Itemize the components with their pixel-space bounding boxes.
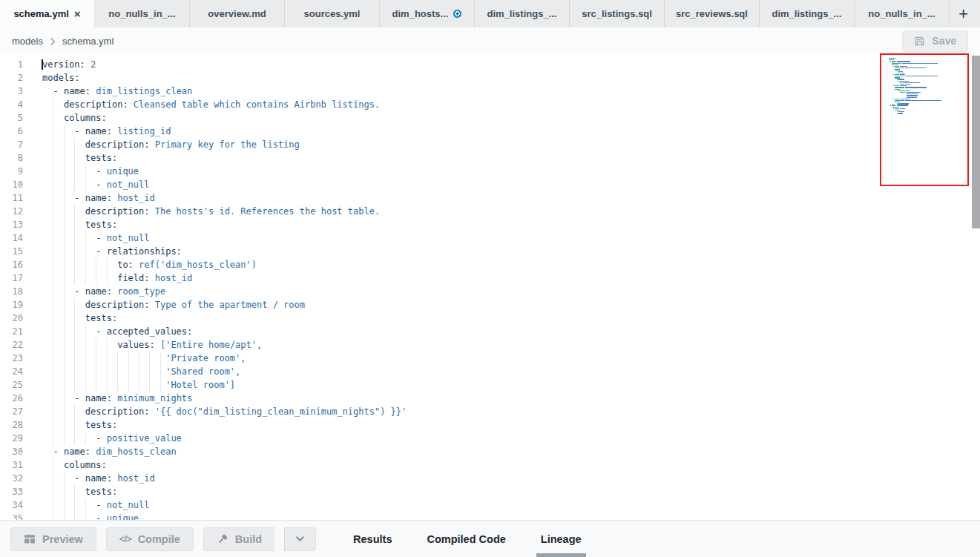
tab-no-nulls-in[interactable]: no_nulls_in_...: [855, 0, 950, 27]
panel-tab-label: Compiled Code: [427, 533, 505, 545]
code-line[interactable]: values: ['Entire home/apt',: [42, 338, 980, 352]
tab-sources-yml[interactable]: sources.yml: [285, 0, 380, 27]
code-line[interactable]: - name: host_id: [42, 191, 980, 205]
code-line[interactable]: - name: dim_listings_clean: [42, 85, 980, 98]
line-number: 5: [0, 111, 35, 125]
tab-overview-md[interactable]: overview.md: [190, 0, 285, 27]
code-line[interactable]: field: host_id: [42, 271, 980, 285]
code-line[interactable]: 'Private room',: [42, 352, 980, 365]
code-line[interactable]: tests:: [42, 218, 980, 231]
indent-guide: [74, 271, 75, 285]
code-line[interactable]: description: Type of the apartment / roo…: [42, 298, 980, 312]
minimap-bar: [893, 108, 894, 109]
minimap-bar: [905, 100, 941, 101]
code-line[interactable]: columns:: [42, 458, 980, 472]
tab-label: schema.yml: [13, 8, 68, 19]
yaml-value: unique: [107, 513, 139, 520]
compile-button[interactable]: </>Compile: [106, 527, 194, 551]
code-line[interactable]: to: ref('dim_hosts_clean'): [42, 258, 980, 271]
save-button[interactable]: Save: [902, 30, 968, 52]
open-file-tabs: schema.yml×no_nulls_in_...overview.mdsou…: [0, 0, 950, 27]
code-line[interactable]: - name: dim_hosts_clean: [42, 445, 980, 458]
indent-guide: [53, 218, 53, 231]
code-line[interactable]: description: The hosts's id. References …: [42, 205, 980, 218]
code-line[interactable]: - accepted_values:: [42, 325, 980, 338]
code-line[interactable]: description: Cleansed table which contai…: [42, 98, 980, 111]
indent-guide: [149, 352, 150, 365]
code-line[interactable]: - name: minimum_nights: [42, 392, 980, 405]
code-line[interactable]: - relationships:: [42, 245, 980, 258]
yaml-key: description:: [85, 139, 150, 150]
code-line[interactable]: - name: host_id: [42, 472, 980, 485]
tab-src-listings-sql[interactable]: src_listings.sql: [570, 0, 665, 27]
save-label: Save: [932, 35, 956, 47]
code-editor[interactable]: 1234567891011121314151617181920212223242…: [0, 54, 980, 520]
chevron-right-icon: [48, 37, 57, 46]
code-line[interactable]: tests:: [42, 418, 980, 432]
code-area[interactable]: version: 2models: - name: dim_listings_c…: [35, 58, 980, 520]
minimap-bar: [898, 113, 903, 113]
minimap-highlight-box: [880, 53, 969, 186]
indent: [42, 166, 96, 177]
bottom-action-bar: Preview</>CompileBuild ResultsCompiled C…: [0, 520, 980, 557]
line-number: 9: [0, 165, 35, 178]
code-line[interactable]: tests:: [42, 312, 980, 325]
code-line[interactable]: - unique: [42, 165, 980, 178]
build-button[interactable]: Build: [203, 527, 274, 551]
line-number-gutter: 1234567891011121314151617181920212223242…: [0, 58, 35, 520]
indent-guide: [53, 205, 53, 218]
code-line[interactable]: tests:: [42, 485, 980, 498]
indent-guide: [74, 312, 75, 325]
minimap-bar: [895, 108, 898, 109]
new-tab-button[interactable]: +: [956, 6, 971, 22]
code-line[interactable]: columns:: [42, 111, 980, 125]
tab-dim-hosts[interactable]: dim_hosts...: [380, 0, 475, 27]
indent-guide: [64, 378, 65, 392]
minimap-bar: [897, 103, 898, 104]
tab-schema-yml[interactable]: schema.yml×: [0, 0, 95, 27]
code-line[interactable]: - not_null: [42, 178, 980, 191]
indent-guide: [64, 472, 65, 485]
code-line[interactable]: - name: room_type: [42, 285, 980, 298]
editor-scrollbar[interactable]: [972, 54, 980, 520]
tab-dim-listings[interactable]: dim_listings_...: [475, 0, 570, 27]
code-line[interactable]: tests:: [42, 151, 980, 165]
yaml-key: tests:: [85, 153, 117, 163]
code-line[interactable]: - unique: [42, 512, 980, 520]
minimap-bar: [897, 73, 898, 73]
yaml-value: listing_id: [112, 126, 171, 136]
tab-dim-listings[interactable]: dim_listings_...: [760, 0, 855, 27]
code-line[interactable]: - name: listing_id: [42, 125, 980, 138]
code-line[interactable]: version: 2: [42, 58, 980, 71]
indent-guide: [96, 338, 96, 352]
build-dropdown-button[interactable]: [284, 527, 316, 551]
yaml-value: '{{ doc("dim_listing_clean_minimum_night…: [150, 406, 407, 417]
code-line[interactable]: description: '{{ doc("dim_listing_clean_…: [42, 405, 980, 418]
scrollbar-thumb[interactable]: [972, 56, 980, 228]
indent-guide: [74, 512, 75, 520]
minimap-bar: [895, 58, 896, 59]
indent-guide: [53, 352, 53, 365]
tab-src-reviews-sql[interactable]: src_reviews.sql: [665, 0, 760, 27]
tab-lineage[interactable]: Lineage: [536, 521, 586, 557]
yaml-value: not_null: [107, 233, 150, 243]
tab-no-nulls-in[interactable]: no_nulls_in_...: [95, 0, 190, 27]
yaml-dash: -: [96, 246, 106, 257]
code-line[interactable]: - positive_value: [42, 432, 980, 445]
tab-compiled-code[interactable]: Compiled Code: [422, 521, 510, 557]
minimap[interactable]: [889, 58, 966, 115]
tab-results[interactable]: Results: [349, 521, 396, 557]
line-number: 27: [0, 405, 35, 418]
code-line[interactable]: description: Primary key for the listing: [42, 138, 980, 151]
code-line[interactable]: - not_null: [42, 231, 980, 245]
indent-guide: [85, 365, 86, 378]
close-icon[interactable]: ×: [74, 8, 81, 19]
preview-button[interactable]: Preview: [10, 527, 96, 551]
indent-guide: [64, 432, 65, 445]
code-line[interactable]: 'Hotel room']: [42, 378, 980, 392]
yaml-key: tests:: [85, 220, 117, 230]
code-line[interactable]: - not_null: [42, 498, 980, 512]
code-line[interactable]: models:: [42, 71, 980, 85]
code-line[interactable]: 'Shared room',: [42, 365, 980, 378]
yaml-key: columns:: [64, 460, 107, 470]
